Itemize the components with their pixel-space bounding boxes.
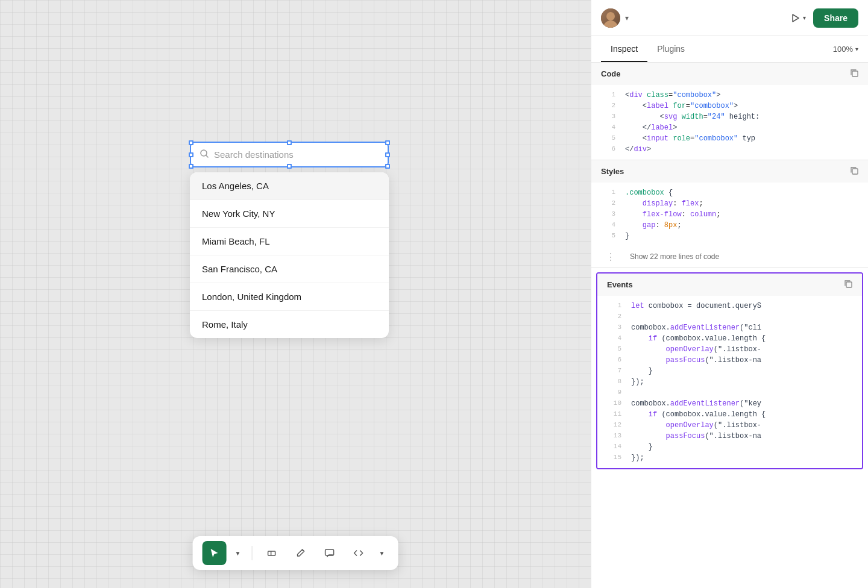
code-line-4: 4 </label>	[591, 122, 868, 133]
event-line-2: 2	[597, 311, 862, 322]
panel-header: ▾ ▾ Share	[591, 0, 868, 36]
dropdown-item-5[interactable]: Rome, Italy	[190, 311, 389, 338]
chevron-down-icon-2: ▼	[379, 550, 385, 557]
show-more-button[interactable]: Show 22 more lines of code	[620, 249, 729, 264]
event-line-10: 10 combobox.addEventListener("key	[597, 398, 862, 409]
avatar-chevron-icon[interactable]: ▾	[625, 14, 629, 22]
chevron-down-icon: ▼	[235, 550, 241, 557]
handle-bm	[287, 164, 292, 169]
handle-mr	[385, 152, 390, 157]
header-left: ▾	[601, 8, 629, 28]
canvas: Search destinations Los Angeles, CA New …	[0, 0, 591, 588]
code-line-5: 5 <input role="combobox" typ	[591, 133, 868, 144]
arrow-tool-button[interactable]	[203, 541, 227, 565]
style-line-2: 2 display: flex;	[591, 198, 868, 209]
event-line-13: 13 passFocus(".listbox-na	[597, 431, 862, 442]
bottom-toolbar: ▼ ▼	[193, 536, 398, 570]
dropdown-item-1[interactable]: New York City, NY	[190, 200, 389, 228]
handle-br	[385, 164, 390, 169]
tab-inspect[interactable]: Inspect	[601, 37, 647, 62]
event-line-6: 6 passFocus(".listbox-na	[597, 355, 862, 366]
tab-plugins[interactable]: Plugins	[647, 37, 694, 62]
events-block: 1 let combobox = document.queryS 2 3 com…	[597, 296, 862, 468]
header-actions: ▾ Share	[790, 8, 858, 28]
code-tool-button[interactable]	[347, 541, 371, 565]
styles-section: Styles 1 .combobox { 2 display: flex;	[591, 160, 868, 267]
dropdown-item-3[interactable]: San Francisco, CA	[190, 255, 389, 283]
code-block: 1 <div class="combobox"> 2 <label for="c…	[591, 85, 868, 160]
edit-tool-button[interactable]	[289, 541, 313, 565]
zoom-level: 100%	[833, 45, 853, 54]
style-line-4: 4 gap: 8px;	[591, 220, 868, 231]
event-line-12: 12 openOverlay(".listbox-	[597, 420, 862, 431]
events-section-header: Events	[597, 274, 862, 296]
styles-section-title: Styles	[601, 167, 624, 176]
show-more-row: ⋮ Show 22 more lines of code	[591, 246, 868, 267]
copy-code-button[interactable]	[850, 69, 858, 79]
copy-styles-button[interactable]	[850, 166, 858, 177]
zoom-control[interactable]: 100% ▾	[833, 45, 858, 54]
handle-tl	[189, 140, 193, 145]
event-line-8: 8 });	[597, 377, 862, 387]
svg-rect-6	[852, 71, 858, 77]
event-line-5: 5 openOverlay(".listbox-	[597, 344, 862, 355]
code-line-6: 6 </div>	[591, 144, 868, 155]
svg-rect-7	[852, 169, 858, 174]
events-section-title: Events	[607, 280, 633, 289]
code-section-header: Code	[591, 63, 868, 85]
dropdown-item-2[interactable]: Miami Beach, FL	[190, 228, 389, 255]
play-chevron-icon: ▾	[803, 14, 806, 21]
avatar[interactable]	[601, 8, 620, 28]
event-line-9: 9	[597, 387, 862, 398]
panel-content: Code 1 <div class="combobox"> 2 <label f…	[591, 63, 868, 588]
event-line-14: 14 }	[597, 442, 862, 452]
styles-block: 1 .combobox { 2 display: flex; 3 flex-fl…	[591, 183, 868, 246]
play-button[interactable]: ▾	[790, 13, 806, 23]
svg-rect-8	[846, 282, 852, 287]
style-line-1: 1 .combobox {	[591, 187, 868, 198]
handle-tr	[385, 140, 390, 145]
toolbar-divider-1	[252, 546, 253, 560]
handle-ml	[189, 152, 193, 157]
dropdown-item-4[interactable]: London, United Kingdom	[190, 283, 389, 311]
code-section: Code 1 <div class="combobox"> 2 <label f…	[591, 63, 868, 160]
copy-events-button[interactable]	[844, 280, 852, 290]
svg-marker-5	[793, 14, 799, 22]
event-line-15: 15 });	[597, 452, 862, 463]
handle-bl	[189, 164, 193, 169]
style-line-3: 3 flex-flow: column;	[591, 209, 868, 220]
combobox-component: Search destinations Los Angeles, CA New …	[190, 142, 389, 338]
share-button[interactable]: Share	[813, 8, 858, 28]
arrow-tool-dropdown[interactable]: ▼	[231, 541, 245, 565]
svg-line-1	[206, 155, 209, 158]
code-section-title: Code	[601, 69, 621, 78]
code-line-3: 3 <svg width="24" height:	[591, 111, 868, 122]
handle-tm	[287, 140, 292, 145]
code-tool-dropdown[interactable]: ▼	[376, 541, 389, 565]
chat-tool-button[interactable]	[318, 541, 342, 565]
styles-section-header: Styles	[591, 160, 868, 183]
events-section: Events 1 let combobox = document.queryS …	[596, 272, 863, 469]
tabs-left: Inspect Plugins	[601, 37, 694, 61]
search-icon	[200, 149, 209, 160]
dropdown-list: Los Angeles, CA New York City, NY Miami …	[190, 172, 389, 338]
event-line-1: 1 let combobox = document.queryS	[597, 301, 862, 311]
event-line-11: 11 if (combobox.value.length {	[597, 409, 862, 420]
search-input-container[interactable]: Search destinations	[190, 142, 389, 167]
zoom-chevron-icon: ▾	[855, 46, 858, 52]
svg-rect-2	[268, 551, 275, 555]
code-line-1: 1 <div class="combobox">	[591, 90, 868, 101]
eraser-tool-button[interactable]	[260, 541, 284, 565]
panel-tabs: Inspect Plugins 100% ▾	[591, 36, 868, 63]
search-placeholder-text: Search destinations	[214, 149, 294, 160]
event-line-7: 7 }	[597, 366, 862, 377]
dropdown-item-0[interactable]: Los Angeles, CA	[190, 172, 389, 200]
style-line-5: 5 }	[591, 231, 868, 242]
code-line-2: 2 <label for="combobox">	[591, 101, 868, 111]
event-line-4: 4 if (combobox.value.length {	[597, 333, 862, 344]
right-panel: ▾ ▾ Share Inspect Plugins 100% ▾ Code	[591, 0, 868, 588]
event-line-3: 3 combobox.addEventListener("cli	[597, 322, 862, 333]
